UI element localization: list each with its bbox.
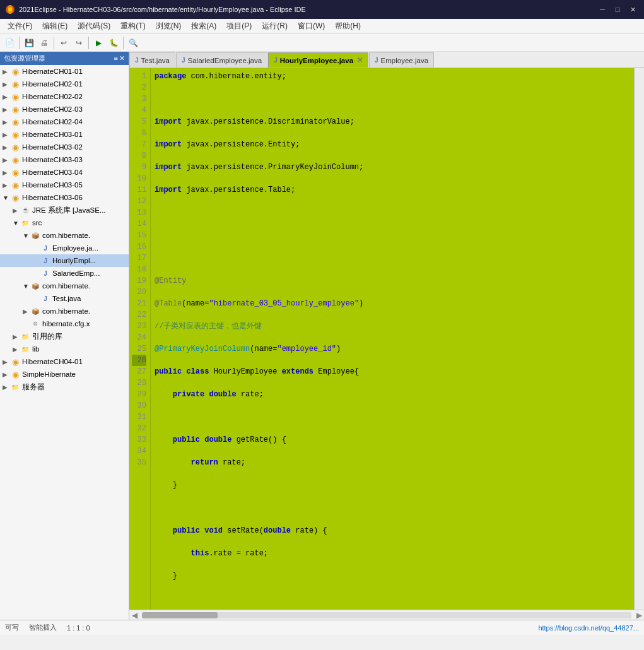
code-line-24 <box>155 593 630 605</box>
expand-arrow: ▶ <box>3 371 10 378</box>
toolbar-sep-3 <box>88 37 89 49</box>
sidebar-item-hibernate-cfg[interactable]: ⚙ hibernate.cfg.x <box>0 317 129 330</box>
code-line-5: import javax.persistence.PrimaryKeyJoinC… <box>155 162 630 173</box>
tab-test[interactable]: J Test.java <box>129 52 175 68</box>
redo-button[interactable]: ↪ <box>72 36 86 50</box>
sidebar-item-ch02-04[interactable]: ▶ ◉ HibernateCH02-04 <box>0 115 129 128</box>
status-writable: 可写 <box>5 623 19 632</box>
maximize-button[interactable]: □ <box>611 3 624 16</box>
menu-window[interactable]: 窗口(W) <box>293 20 330 33</box>
expand-arrow: ▼ <box>3 194 10 201</box>
code-line-4: import javax.persistence.Entity; <box>155 139 630 150</box>
tab-hourly[interactable]: J HourlyEmployee.java ✕ <box>268 52 368 68</box>
project-icon: ◉ <box>10 142 20 152</box>
sidebar-item-simple[interactable]: ▶ ◉ SimpleHibernate <box>0 368 129 381</box>
menu-refactor[interactable]: 重构(T) <box>115 20 150 33</box>
sidebar-item-libs[interactable]: ▶ 📁 引用的库 <box>0 330 129 343</box>
expand-arrow: ▶ <box>3 384 10 391</box>
right-scroll-panel[interactable] <box>634 68 644 610</box>
titlebar: 2021Eclipse - HibernateCH03-06/src/com/h… <box>0 0 644 19</box>
src-folder-icon: 📁 <box>20 218 30 228</box>
minimize-button[interactable]: ─ <box>596 3 609 16</box>
tree-item-label: Test.java <box>52 295 81 302</box>
sidebar-item-employee-java[interactable]: J Employee.ja... <box>0 242 129 254</box>
menu-file[interactable]: 文件(F) <box>3 20 37 33</box>
expand-arrow: ▶ <box>3 81 10 88</box>
code-scroll[interactable]: package com.hibernate.entity; import jav… <box>151 68 634 610</box>
status-link[interactable]: https://blog.csdn.net/qq_44827... <box>538 624 639 632</box>
tab-close-button[interactable]: ✕ <box>357 56 363 64</box>
close-button[interactable]: ✕ <box>626 3 639 16</box>
sidebar-item-pkg-cfg[interactable]: ▶ 📦 com.hibernate. <box>0 305 129 317</box>
sidebar-item-hourly-java[interactable]: J HourlyEmpl... <box>0 254 129 267</box>
menu-navigate[interactable]: 浏览(N) <box>151 20 187 33</box>
code-line-16 <box>155 411 630 423</box>
line-numbers: 12345 678910 1112131415 1617181920 21222… <box>129 68 151 610</box>
sidebar-item-lib[interactable]: ▶ 📁 lib <box>0 343 129 355</box>
sidebar-item-ch03-01[interactable]: ▶ ◉ HibernateCH03-01 <box>0 128 129 141</box>
sidebar-item-salaried-java[interactable]: J SalariedEmp... <box>0 267 129 280</box>
code-editor[interactable]: package com.hibernate.entity; import jav… <box>151 68 634 610</box>
sidebar-tree: ▶ ◉ HibernateCH01-01 ▶ ◉ HibernateCH02-0… <box>0 65 129 620</box>
scroll-right-btn[interactable]: ▶ <box>634 611 644 620</box>
code-container: 12345 678910 1112131415 1617181920 21222… <box>129 68 644 610</box>
project-icon: ◉ <box>10 117 20 127</box>
print-button[interactable]: 🖨 <box>37 36 51 50</box>
project-icon: ◉ <box>10 129 20 139</box>
save-button[interactable]: 💾 <box>22 36 36 50</box>
sidebar-item-server[interactable]: ▶ 📁 服务器 <box>0 381 129 393</box>
menu-project[interactable]: 项目(P) <box>221 20 257 33</box>
lib-folder-icon: 📁 <box>20 331 30 341</box>
debug-button[interactable]: 🐛 <box>107 36 120 50</box>
sidebar-item-ch01-01[interactable]: ▶ ◉ HibernateCH01-01 <box>0 65 129 78</box>
sidebar-collapse-btn[interactable]: ≡ <box>114 54 118 62</box>
tab-employee[interactable]: J Employee.java <box>369 52 434 68</box>
menu-help[interactable]: 帮助(H) <box>330 20 366 33</box>
search-button[interactable]: 🔍 <box>126 36 140 50</box>
tab-label: Test.java <box>141 57 170 64</box>
undo-button[interactable]: ↩ <box>57 36 71 50</box>
sidebar-item-ch03-02[interactable]: ▶ ◉ HibernateCH03-02 <box>0 141 129 153</box>
menu-edit[interactable]: 编辑(E) <box>37 20 73 33</box>
sidebar-item-pkg-test[interactable]: ▼ 📦 com.hibernate. <box>0 280 129 292</box>
sidebar-item-ch04-01[interactable]: ▶ ◉ HibernateCH04-01 <box>0 355 129 368</box>
sidebar-item-ch02-02[interactable]: ▶ ◉ HibernateCH02-02 <box>0 90 129 103</box>
scroll-thumb[interactable] <box>142 612 218 618</box>
sidebar-item-ch02-01[interactable]: ▶ ◉ HibernateCH02-01 <box>0 78 129 90</box>
tab-salaried[interactable]: J SalariedEmployee.java <box>176 52 267 68</box>
editor-tabs: J Test.java J SalariedEmployee.java J Ho… <box>129 52 644 68</box>
sidebar-item-ch03-04[interactable]: ▶ ◉ HibernateCH03-04 <box>0 166 129 179</box>
new-button[interactable]: 📄 <box>3 36 16 50</box>
project-icon: ◉ <box>10 369 20 379</box>
sidebar-item-test-java[interactable]: J Test.java <box>0 292 129 305</box>
package-icon: 📦 <box>30 281 40 291</box>
expand-arrow: ▼ <box>23 232 30 239</box>
tree-item-label: Employee.ja... <box>52 244 98 252</box>
scroll-track[interactable] <box>142 612 631 618</box>
tree-item-label: HibernateCH04-01 <box>22 358 83 365</box>
scroll-left-btn[interactable]: ◀ <box>129 611 139 620</box>
tree-item-label: SalariedEmp... <box>52 269 100 277</box>
server-folder-icon: 📁 <box>10 382 20 392</box>
sidebar-item-ch03-03[interactable]: ▶ ◉ HibernateCH03-03 <box>0 153 129 166</box>
menu-search[interactable]: 搜索(A) <box>186 20 221 33</box>
code-line-8 <box>155 230 630 241</box>
menu-run[interactable]: 运行(R) <box>257 20 293 33</box>
tree-item-label: HibernateCH03-06 <box>22 194 83 201</box>
java-file-icon: J <box>40 256 50 266</box>
svg-point-2 <box>8 8 12 11</box>
menu-source[interactable]: 源代码(S) <box>73 20 115 33</box>
status-insert-mode: 智能插入 <box>29 623 57 632</box>
sidebar-item-src[interactable]: ▼ 📁 src <box>0 216 129 229</box>
code-line-21: public void setRate(double rate) { <box>155 525 630 536</box>
run-button[interactable]: ▶ <box>91 36 105 50</box>
horizontal-scrollbar[interactable]: ◀ ▶ <box>129 610 644 620</box>
sidebar-item-pkg-entity[interactable]: ▼ 📦 com.hibernate. <box>0 229 129 242</box>
sidebar-item-ch02-03[interactable]: ▶ ◉ HibernateCH02-03 <box>0 103 129 115</box>
project-icon: ◉ <box>10 357 20 367</box>
sidebar-item-jre[interactable]: ▶ ☕ JRE 系统库 [JavaSE... <box>0 204 129 216</box>
sidebar-close-btn[interactable]: ✕ <box>119 54 125 62</box>
sidebar-item-ch03-06[interactable]: ▼ ◉ HibernateCH03-06 <box>0 191 129 204</box>
sidebar-item-ch03-05[interactable]: ▶ ◉ HibernateCH03-05 <box>0 179 129 191</box>
code-line-15: private double rate; <box>155 389 630 400</box>
